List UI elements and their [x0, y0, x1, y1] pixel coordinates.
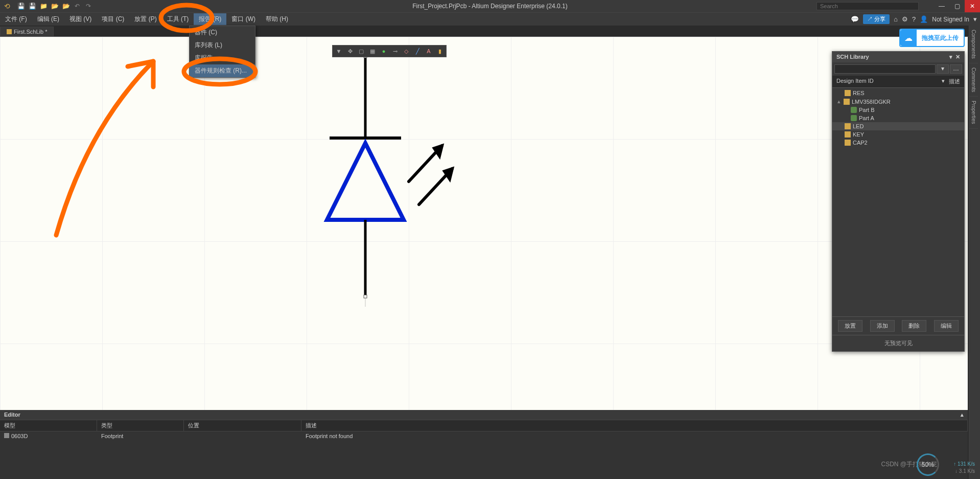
gear-icon[interactable]: ⚙ — [902, 15, 908, 23]
tree-item-LMV358IDGKR[interactable]: ▴LMV358IDGKR — [832, 97, 964, 106]
minimize-button[interactable]: — — [934, 0, 949, 12]
menu-0[interactable]: 文件 (F) — [0, 13, 32, 25]
tab-label: First.SchLib * — [14, 29, 47, 35]
schlib-icon — [7, 29, 12, 34]
app-logo-icon: ⟲ — [2, 1, 12, 11]
filter-icon[interactable]: ▼ — [334, 47, 344, 56]
col-position[interactable]: 位置 — [184, 420, 301, 431]
tab-schlib[interactable]: First.SchLib * — [0, 27, 54, 36]
rtab-Properties[interactable]: Properties — [969, 97, 978, 129]
redo-icon[interactable]: ↷ — [84, 2, 93, 11]
dropdown-item-1[interactable]: 库列表 (L) — [190, 39, 255, 52]
share-button[interactable]: ↗ 分享 — [863, 14, 890, 24]
btn-放置[interactable]: 放置 — [838, 320, 862, 332]
library-filter-input[interactable] — [834, 64, 936, 74]
dropdown-item-3[interactable]: 器件规则检查 (R)... — [190, 64, 255, 77]
tree-item-Part A[interactable]: Part A — [832, 114, 964, 122]
col-desc[interactable]: 描述 — [301, 420, 968, 431]
filter-more-button[interactable]: … — [950, 64, 962, 74]
chat-icon[interactable]: 💬 — [851, 15, 859, 23]
col-description[interactable]: 描述 — [949, 78, 960, 85]
select-icon[interactable]: ▢ — [356, 47, 366, 56]
window-title: First_Project.PrjPcb - Altium Designer E… — [412, 3, 567, 10]
user-icon[interactable]: 👤 — [920, 15, 928, 23]
menu-bar: 文件 (F)编辑 (E)视图 (V)项目 (C)放置 (P)工具 (T)报告 (… — [0, 12, 980, 26]
btn-编辑[interactable]: 编辑 — [934, 320, 959, 332]
right-sidebar: ComponentsCommentsProperties — [969, 26, 980, 479]
editor-panel: Editor ▴ 模型 类型 位置 描述 0603D Footprint Foo… — [0, 410, 968, 479]
tree-item-KEY[interactable]: KEY — [832, 130, 964, 139]
maximize-button[interactable]: ▢ — [949, 0, 965, 12]
open-icon[interactable]: 📁 — [39, 2, 48, 11]
tree-item-LED[interactable]: LED — [832, 122, 964, 130]
speed-gauge[interactable]: 50% — [917, 453, 939, 476]
close-button[interactable]: ✕ — [965, 0, 980, 12]
dropdown-item-2[interactable]: 库报告... — [190, 52, 255, 64]
led-symbol[interactable] — [365, 56, 519, 313]
tree-item-RES[interactable]: RES — [832, 89, 964, 97]
tree-item-CAP2[interactable]: CAP2 — [832, 139, 964, 147]
chevron-down-icon[interactable]: ▾ — [973, 15, 977, 23]
search-input[interactable] — [816, 2, 919, 10]
erase-icon[interactable]: ◇ — [401, 47, 411, 56]
menu-1[interactable]: 编辑 (E) — [32, 13, 64, 25]
panel-dropdown-icon[interactable]: ▾ — [949, 54, 952, 60]
rect-icon[interactable]: ▮ — [435, 47, 445, 56]
rtab-Components[interactable]: Components — [969, 26, 978, 63]
undo-icon[interactable]: ↶ — [73, 2, 82, 11]
save-icon[interactable]: 💾 — [16, 2, 26, 11]
dropdown-item-0[interactable]: 器件 (C) — [190, 26, 255, 39]
menu-7[interactable]: 窗口 (W) — [226, 13, 261, 25]
menu-4[interactable]: 放置 (P) — [129, 13, 161, 25]
menu-6[interactable]: 报告 (R) — [194, 13, 226, 25]
col-design-item-id[interactable]: Design Item ID — [836, 78, 942, 85]
panel-title: SCH Library — [836, 54, 869, 60]
editor-collapse-icon[interactable]: ▴ — [961, 412, 964, 418]
help-icon[interactable]: ? — [912, 15, 916, 23]
line-icon[interactable]: ╱ — [412, 47, 423, 56]
component-tree: RES▴LMV358IDGKRPart BPart ALEDKEYCAP2 — [832, 88, 964, 148]
menu-3[interactable]: 项目 (C) — [97, 13, 129, 25]
menu-5[interactable]: 工具 (T) — [162, 13, 194, 25]
save-all-icon[interactable]: 💾 — [28, 2, 37, 11]
report-menu-dropdown: 器件 (C)库列表 (L)库报告...器件规则检查 (R)... — [189, 26, 255, 78]
active-bar: ▼ ✥ ▢ ▦ ● ⊸ ◇ ╱ A ▮ — [332, 45, 447, 57]
table-row[interactable]: 0603D Footprint Footprint not found — [0, 431, 968, 441]
preview-label: 无预览可见 — [832, 335, 964, 351]
col-model[interactable]: 模型 — [0, 420, 97, 431]
folder2-icon[interactable]: 📂 — [61, 2, 71, 11]
panel-close-icon[interactable]: ✕ — [955, 54, 960, 60]
upload-label: 拖拽至此上传 — [917, 34, 964, 42]
align-icon[interactable]: ▦ — [367, 47, 378, 56]
signin-label[interactable]: Not Signed In — [932, 16, 969, 23]
title-bar: ⟲ 💾 💾 📁 📂 📂 ↶ ↷ First_Project.PrjPcb - A… — [0, 0, 980, 12]
sch-library-panel: SCH Library ▾ ✕ ▾ … Design Item ID ▾ 描述 … — [832, 51, 965, 352]
tree-item-Part B[interactable]: Part B — [832, 106, 964, 114]
menu-8[interactable]: 帮助 (H) — [261, 13, 293, 25]
col-sort-icon[interactable]: ▾ — [942, 78, 945, 85]
btn-删除[interactable]: 删除 — [902, 320, 926, 332]
document-tabs: First.SchLib * — [0, 26, 980, 37]
folder-icon[interactable]: 📂 — [50, 2, 59, 11]
speed-readout: ↑ 131 K/s ↓ 3.1 K/s — [953, 461, 975, 475]
filter-dropdown-icon[interactable]: ▾ — [937, 64, 949, 74]
text-icon[interactable]: A — [424, 47, 434, 56]
menu-2[interactable]: 视图 (V) — [64, 13, 97, 25]
col-type[interactable]: 类型 — [97, 420, 184, 431]
pin-icon[interactable]: ⊸ — [390, 47, 400, 56]
editor-title: Editor — [4, 412, 20, 418]
btn-添加[interactable]: 添加 — [870, 320, 895, 332]
panel-buttons: 放置添加删除编辑 — [832, 316, 964, 335]
snap-icon[interactable]: ● — [379, 47, 389, 56]
rtab-Comments[interactable]: Comments — [969, 63, 978, 97]
svg-rect-6 — [364, 295, 367, 298]
cloud-upload-icon: ☁ — [900, 30, 917, 46]
move-icon[interactable]: ✥ — [345, 47, 355, 56]
home-icon[interactable]: ⌂ — [894, 15, 898, 23]
upload-widget[interactable]: ☁ 拖拽至此上传 — [899, 29, 965, 47]
